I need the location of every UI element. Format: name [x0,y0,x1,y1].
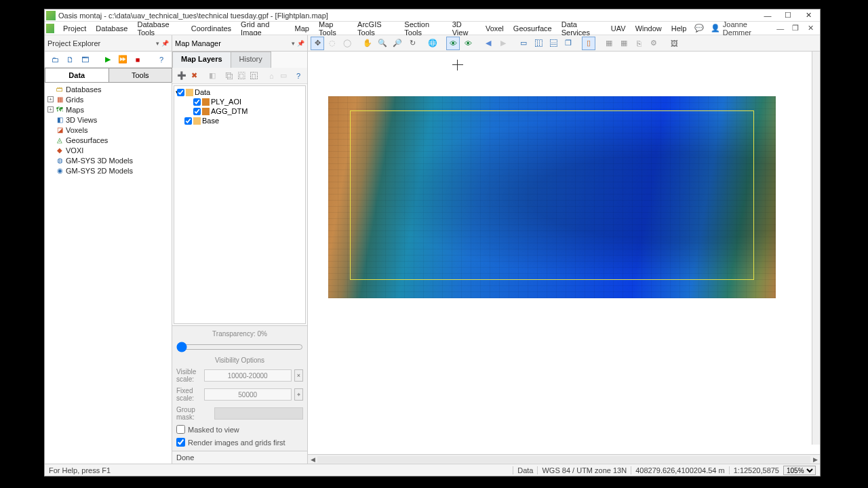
tab-tools[interactable]: Tools [108,68,173,82]
image-tool[interactable]: 🖼 [667,37,681,50]
exp-tool-3[interactable]: 🗔 [79,54,91,66]
tab-history[interactable]: History [231,52,271,68]
layer-tool-c[interactable]: ⿴ [237,69,247,83]
project-explorer-header: Project Explorer ▾ 📌 [45,35,172,51]
layer-base: Base [176,116,304,125]
nav-fwd[interactable]: ▶ [496,37,510,50]
visible-scale-clear[interactable]: × [294,369,303,382]
menu-project[interactable]: Project [58,23,91,34]
window-tile-h[interactable]: ⿲ [532,37,545,50]
map-manager-header: Map Manager ▾ 📌 [172,35,308,51]
sync-view-b[interactable]: 👁 [461,37,475,50]
zoom-in-tool[interactable]: 🔍 [376,37,389,50]
app-window: Oasis montaj - c:\data\uav_technical_tue… [44,9,821,476]
horizontal-scrollbar[interactable]: ◀ ▶ [308,454,820,464]
menu-uav[interactable]: UAV [606,23,631,34]
grid-tool-a[interactable]: ▦ [602,37,616,50]
status-data: Data [513,466,537,474]
menu-map[interactable]: Map [290,23,314,34]
scroll-right[interactable]: ▶ [810,455,820,464]
project-explorer: 🗀 🗋 🗔 ▶ ⏩ ■ ? Data Tools 🗃Databases +▦Gr… [45,52,172,464]
fixed-scale-apply[interactable]: ⌖ [294,388,303,401]
pin-icon[interactable]: ▾ 📌 [292,40,304,47]
settings-tool[interactable]: ⚙ [647,37,660,50]
tab-data[interactable]: Data [45,68,109,82]
mdi-close-button[interactable]: ✕ [804,23,818,34]
pan-tool[interactable]: ✋ [361,37,374,50]
menu-window[interactable]: Window [631,23,667,34]
window-tile-v[interactable]: ⿳ [547,37,560,50]
exp-tool-1[interactable]: 🗀 [49,54,61,66]
minimize-button[interactable]: — [757,10,778,21]
scroll-left[interactable]: ◀ [308,455,317,464]
explorer-tabs: Data Tools [45,68,172,83]
circle-tool[interactable]: ◯ [340,37,354,50]
grid-tool-b[interactable]: ▦ [617,37,631,50]
statusbar: For Help, press F1 Data WGS 84 / UTM zon… [45,464,820,476]
export-tool[interactable]: ⎘ [632,37,646,50]
exp-tool-2[interactable]: 🗋 [64,54,76,66]
layer-tool-e[interactable]: ⌂ [267,69,276,83]
render-first-check[interactable] [176,438,185,447]
layer-tool-a[interactable]: ◧ [208,69,217,83]
window-cascade[interactable]: ❐ [561,37,575,50]
transparency-slider[interactable] [176,342,303,352]
nav-back[interactable]: ◀ [481,37,495,50]
chat-icon[interactable]: 💬 [691,23,706,34]
close-button[interactable]: ✕ [798,10,818,21]
maximize-button[interactable]: ☐ [778,10,798,21]
layer-tree[interactable]: ▾Data PLY_AOI AGG_DTM Base [174,85,306,324]
status-help: For Help, press F1 [49,466,111,474]
layer-tool-d[interactable]: ⿵ [250,69,259,83]
zoom-tool[interactable]: 🔎 [391,37,404,50]
menu-database[interactable]: Database [91,23,132,34]
zoom-select[interactable]: 105% [783,466,816,475]
map-canvas-area: ◀ ▶ [308,52,820,464]
visible-scale-input[interactable] [204,369,292,382]
menu-geosurface[interactable]: Geosurface [509,23,557,34]
menu-coordinates[interactable]: Coordinates [186,23,236,34]
tree-databases: 🗃Databases [46,84,170,94]
layer-ply-aoi: PLY_AOI [176,97,304,106]
transparency-label: Transparency: 0% [176,330,303,338]
pointer-tool[interactable]: ✥ [311,37,324,50]
sync-view-a[interactable]: 👁 [446,37,460,50]
tree-geosurfaces: ◬Geosurfaces [46,135,170,145]
help-icon[interactable]: ? [155,54,167,66]
menu-help[interactable]: Help [667,23,692,34]
body-row: 🗀 🗋 🗔 ▶ ⏩ ■ ? Data Tools 🗃Databases +▦Gr… [45,52,820,464]
crosshair-cursor-icon [452,60,463,70]
legend-tool[interactable]: ▯ [582,37,595,50]
target-tool[interactable]: ◌ [326,37,339,50]
pin-icon[interactable]: ▾ 📌 [156,40,169,47]
layer-tool-f[interactable]: ▭ [279,69,288,83]
vertical-scrollbar[interactable] [812,52,820,445]
mdi-minimize-button[interactable]: — [773,23,788,34]
status-coords: 408279.626,4100204.54 m [631,466,729,474]
mapmgr-tabs: Map Layers History [172,52,307,68]
done-label: Done [172,451,307,464]
globe-tool[interactable]: 🌐 [426,37,439,50]
explorer-tree[interactable]: 🗃Databases +▦Grids +🗺Maps ◧3D Views ◪Vox… [45,83,172,464]
map-manager: Map Layers History ➕ ✖ ◧ ⿻ ⿴ ⿵ ⌂ ▭ ? ▾Da… [172,52,308,464]
run-script[interactable]: ▶ [102,54,114,66]
tab-map-layers[interactable]: Map Layers [172,52,231,68]
mdi-restore-button[interactable]: ❐ [788,23,803,34]
refresh-tool[interactable]: ↻ [406,37,419,50]
tree-maps: +🗺Maps [46,104,170,115]
user-label[interactable]: 👤Joanne Demmer [707,20,773,37]
layer-help[interactable]: ? [294,69,303,83]
masked-to-view-check[interactable] [176,425,185,434]
menu-voxel[interactable]: Voxel [481,23,509,34]
tree-voxels: ◪Voxels [46,125,170,135]
window-single[interactable]: ▭ [517,37,530,50]
run-fast[interactable]: ⏩ [117,54,129,66]
remove-layer[interactable]: ✖ [190,69,199,83]
status-scale: 1:12520,5875 [729,466,783,474]
stop-script[interactable]: ■ [132,54,144,66]
add-layer[interactable]: ➕ [176,69,187,83]
fixed-scale-input[interactable] [204,388,292,401]
map-canvas[interactable] [308,52,820,454]
layer-tool-b[interactable]: ⿻ [225,69,235,83]
group-mask-input[interactable] [214,407,303,420]
